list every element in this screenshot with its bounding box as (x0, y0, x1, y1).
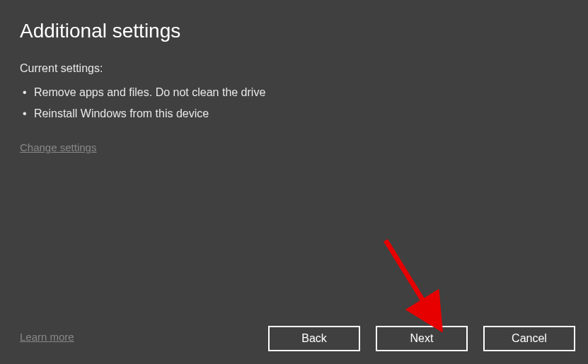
next-button[interactable]: Next (376, 326, 468, 351)
list-item: • Reinstall Windows from this device (20, 103, 568, 124)
button-row: Back Next Cancel (268, 326, 575, 351)
svg-line-1 (386, 240, 435, 320)
change-settings-link[interactable]: Change settings (20, 141, 96, 153)
bullet-icon: • (23, 107, 27, 120)
dialog-container: Additional settings Current settings: • … (0, 0, 588, 364)
back-button[interactable]: Back (268, 326, 360, 351)
learn-more-link[interactable]: Learn more (20, 331, 74, 343)
list-item: • Remove apps and files. Do not clean th… (20, 82, 568, 103)
settings-list: • Remove apps and files. Do not clean th… (20, 82, 568, 124)
bullet-icon: • (23, 86, 27, 99)
list-item-text: Reinstall Windows from this device (34, 107, 209, 119)
annotation-arrow-icon (375, 237, 460, 332)
page-title: Additional settings (20, 20, 568, 42)
cancel-button[interactable]: Cancel (483, 326, 575, 351)
list-item-text: Remove apps and files. Do not clean the … (34, 86, 265, 98)
current-settings-label: Current settings: (20, 62, 568, 75)
